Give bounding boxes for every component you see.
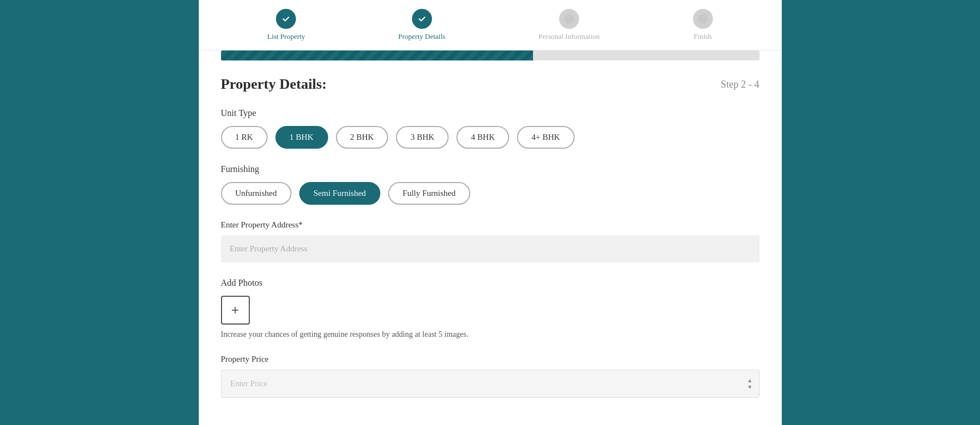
unit-type-1bhk[interactable]: 1 BHK [275,126,328,149]
price-input-wrapper: ▲ ▼ [221,370,760,398]
spinner-up-icon[interactable]: ▲ [747,378,753,383]
price-label: Property Price [221,355,760,364]
step-circle-list-property [276,9,296,29]
step-list-property: List Property [267,9,305,41]
step-label-list-property: List Property [267,32,305,41]
step-label-personal-information: Personal Information [539,32,600,41]
price-input[interactable] [221,370,760,398]
page-title: Property Details: [221,76,327,93]
main-content: List Property Property Details Person [199,0,782,425]
furnishing-button-group: Unfurnished Semi Furnished Fully Furnish… [221,182,760,205]
svg-point-3 [698,14,708,24]
page-title-row: Property Details: Step 2 - 4 [221,76,760,93]
unit-type-label: Unit Type [221,108,760,118]
svg-point-1 [417,14,427,24]
steps-header: List Property Property Details Person [199,0,782,50]
svg-point-2 [564,14,574,24]
spinner-down-icon[interactable]: ▼ [747,384,753,390]
address-label: Enter Property Address* [221,220,760,230]
photos-label: Add Photos [221,278,760,288]
step-personal-information: Personal Information [539,9,600,41]
unit-type-2bhk[interactable]: 2 BHK [336,126,389,149]
step-property-details: Property Details [398,9,445,41]
furnishing-section: Furnishing Unfurnished Semi Furnished Fu… [221,164,760,205]
progress-bar-fill [221,50,534,60]
photos-section: Add Photos + Increase your chances of ge… [221,278,760,339]
furnishing-unfurnished[interactable]: Unfurnished [221,182,292,205]
unit-type-4bhk[interactable]: 4 BHK [456,126,509,149]
add-photo-button[interactable]: + [221,296,250,325]
photos-hint: Increase your chances of getting genuine… [221,330,760,339]
step-label-finish: Finish [693,32,712,41]
unit-type-button-group: 1 RK 1 BHK 2 BHK 3 BHK 4 BHK 4+ BHK [221,126,760,149]
price-spinner-arrows[interactable]: ▲ ▼ [747,378,753,390]
step-circle-property-details [412,9,432,29]
step-indicator: Step 2 - 4 [721,79,760,90]
step-finish: Finish [693,9,713,41]
address-input[interactable] [221,235,760,262]
step-circle-personal-information [559,9,579,29]
address-section: Enter Property Address* [221,220,760,262]
form-content: Property Details: Step 2 - 4 Unit Type 1… [199,60,782,398]
step-label-property-details: Property Details [398,32,445,41]
unit-type-1rk[interactable]: 1 RK [221,126,268,149]
furnishing-label: Furnishing [221,164,760,174]
unit-type-3bhk[interactable]: 3 BHK [396,126,449,149]
price-section: Property Price ▲ ▼ [221,355,760,398]
furnishing-semi-furnished[interactable]: Semi Furnished [299,182,381,205]
progress-bar-container [221,50,760,60]
step-circle-finish [693,9,713,29]
unit-type-4plus-bhk[interactable]: 4+ BHK [517,126,574,149]
furnishing-fully-furnished[interactable]: Fully Furnished [388,182,470,205]
page-wrapper: List Property Property Details Person [0,0,980,425]
unit-type-section: Unit Type 1 RK 1 BHK 2 BHK 3 BHK 4 BHK 4… [221,108,760,149]
svg-point-0 [281,14,291,24]
